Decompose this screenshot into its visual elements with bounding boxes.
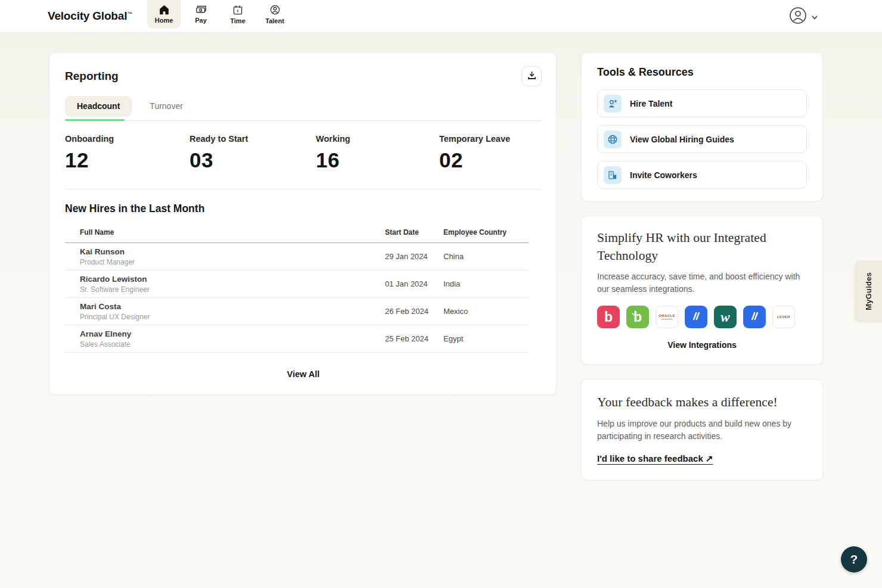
employee-role: Principal UX Designer — [80, 313, 385, 321]
logo-letter: b — [604, 310, 613, 324]
hibob-logo: b — [597, 306, 620, 328]
right-sidebar: Tools & Resources Hire Talent — [581, 52, 823, 480]
tab-headcount[interactable]: Headcount — [65, 96, 132, 117]
stat-onboarding: Onboarding 12 — [65, 134, 190, 172]
banknote-icon — [195, 5, 207, 15]
top-nav-bar: Velocity Global™ Home Pay Time — [0, 0, 882, 33]
tool-label: Hire Talent — [630, 99, 672, 108]
tool-label: View Global Hiring Guides — [630, 135, 734, 144]
stat-value: 02 — [439, 148, 542, 172]
blue-app-logo — [743, 306, 766, 328]
nav-item-talent[interactable]: Talent — [258, 0, 291, 29]
building-icon — [604, 166, 622, 184]
employee-role: Sr. Software Engineer — [80, 285, 385, 294]
new-hires-table: Full Name Start Date Employee Country Ka… — [65, 225, 529, 353]
download-report-button[interactable] — [521, 66, 542, 86]
profile-menu[interactable] — [788, 0, 818, 33]
column-start-date: Start Date — [385, 228, 443, 237]
person-badge-icon — [269, 4, 281, 15]
nav-item-time[interactable]: Time — [221, 0, 254, 29]
stat-label: Onboarding — [65, 134, 190, 144]
integrations-card: Simplify HR with our Integrated Technolo… — [581, 216, 823, 365]
reporting-card: Reporting Headcount Turnover Onboarding … — [49, 52, 557, 395]
lever-logo: LEVER — [772, 306, 795, 328]
employee-country: India — [443, 279, 529, 288]
stat-value: 12 — [65, 148, 190, 172]
parallelogram-icon — [690, 310, 702, 323]
workable-logo: w — [714, 306, 737, 328]
hire-talent-button[interactable]: Hire Talent — [597, 89, 807, 117]
employee-role: Product Manager — [80, 258, 385, 266]
invite-coworkers-button[interactable]: Invite Coworkers — [597, 161, 807, 189]
feedback-title: Your feedback makes a difference! — [597, 394, 807, 412]
logo-text: LEVER — [777, 315, 790, 319]
myguides-label: MyGuides — [864, 272, 873, 310]
reporting-tabs: Headcount Turnover — [65, 96, 542, 121]
main-nav: Home Pay Time Talent — [145, 0, 293, 32]
integration-logos: b b ORACLE — [597, 306, 807, 328]
share-feedback-link[interactable]: I'd like to share feedback ↗ — [597, 453, 713, 464]
tab-turnover[interactable]: Turnover — [138, 96, 195, 117]
nav-item-home[interactable]: Home — [147, 0, 181, 29]
bamboohr-logo: b — [626, 306, 649, 328]
employee-country: Mexico — [443, 307, 529, 316]
nav-item-pay[interactable]: Pay — [184, 0, 218, 29]
view-global-hiring-guides-button[interactable]: View Global Hiring Guides — [597, 125, 807, 153]
avatar-icon — [788, 6, 808, 27]
blue-app-logo — [685, 306, 707, 328]
headcount-stats: Onboarding 12 Ready to Start 03 Working … — [65, 134, 542, 172]
active-tab-indicator — [65, 119, 125, 121]
nav-label: Home — [155, 17, 173, 24]
download-icon — [527, 70, 537, 82]
feedback-card: Your feedback makes a difference! Help u… — [581, 379, 823, 480]
employee-role: Sales Associate — [80, 340, 385, 349]
person-plus-icon — [604, 95, 622, 113]
stat-value: 16 — [316, 148, 439, 172]
page-content: Reporting Headcount Turnover Onboarding … — [0, 33, 882, 480]
stat-ready-to-start: Ready to Start 03 — [190, 134, 316, 172]
start-date: 25 Feb 2024 — [385, 334, 443, 343]
stat-value: 03 — [190, 148, 316, 172]
employee-country: Egypt — [443, 334, 529, 343]
table-row: Ricardo Lewiston Sr. Software Engineer 0… — [65, 270, 529, 298]
stat-label: Ready to Start — [190, 134, 316, 144]
column-employee-country: Employee Country — [443, 228, 529, 237]
globe-icon — [604, 130, 622, 148]
table-header-row: Full Name Start Date Employee Country — [65, 225, 529, 243]
employee-name: Kai Runson — [80, 247, 385, 256]
myguides-tab[interactable]: MyGuides — [855, 260, 882, 322]
trademark-symbol: ™ — [128, 11, 132, 17]
tool-label: Invite Coworkers — [630, 170, 697, 180]
employee-country: China — [443, 252, 529, 261]
stat-label: Working — [316, 134, 439, 144]
oracle-logo: ORACLE — [656, 306, 678, 328]
integrations-title: Simplify HR with our Integrated Technolo… — [597, 229, 807, 265]
logo-text: Velocity Global — [48, 10, 127, 23]
chevron-down-icon — [812, 11, 818, 22]
nav-label: Time — [230, 17, 245, 24]
feedback-body: Help us improve our products and build n… — [597, 418, 807, 443]
logo-letter: w — [720, 310, 729, 324]
help-button[interactable]: ? — [841, 546, 867, 573]
reporting-title: Reporting — [65, 66, 119, 83]
parallelogram-icon — [749, 310, 760, 323]
column-full-name: Full Name — [65, 228, 385, 237]
start-date: 29 Jan 2024 — [385, 252, 443, 261]
view-integrations-link[interactable]: View Integrations — [597, 340, 807, 350]
stat-working: Working 16 — [316, 134, 439, 172]
tools-resources-title: Tools & Resources — [597, 66, 807, 79]
view-all-link[interactable]: View All — [65, 369, 542, 379]
tools-resources-card: Tools & Resources Hire Talent — [581, 52, 823, 201]
home-icon — [159, 5, 170, 15]
logo-text: ORACLE — [659, 314, 675, 318]
employee-name: Arnav Elneny — [80, 329, 385, 338]
velocity-global-logo: Velocity Global™ — [48, 0, 132, 32]
calendar-icon — [232, 5, 243, 15]
stat-label: Temporary Leave — [439, 134, 542, 144]
table-row: Mari Costa Principal UX Designer 26 Feb … — [65, 298, 529, 325]
start-date: 01 Jan 2024 — [385, 279, 443, 288]
employee-name: Ricardo Lewiston — [80, 275, 385, 284]
stat-temporary-leave: Temporary Leave 02 — [439, 134, 542, 172]
employee-name: Mari Costa — [80, 302, 385, 311]
integrations-body: Increase accuracy, save time, and boost … — [597, 270, 807, 295]
